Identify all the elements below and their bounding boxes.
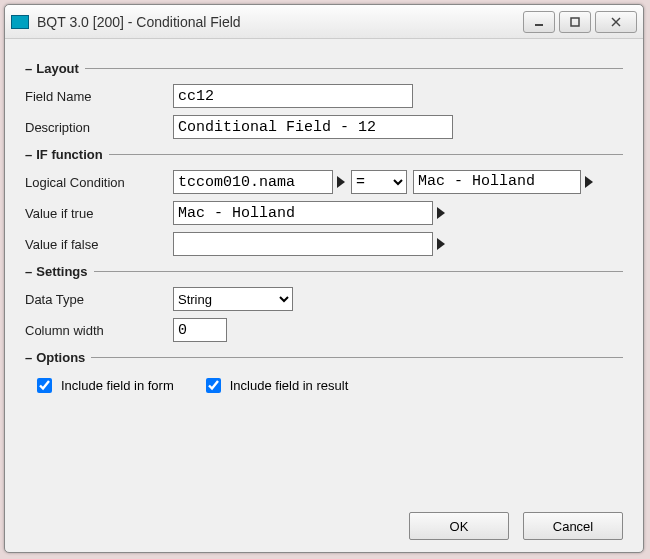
section-options-label: Options	[36, 350, 91, 365]
data-type-select[interactable]: StringIntegerDoubleDate	[173, 287, 293, 311]
logical-condition-label: Logical Condition	[25, 175, 173, 190]
close-icon	[610, 16, 622, 28]
minimize-icon	[533, 16, 545, 28]
cancel-button[interactable]: Cancel	[523, 512, 623, 540]
expand-right-icon[interactable]	[585, 176, 593, 188]
section-settings-label: Settings	[36, 264, 93, 279]
data-type-label: Data Type	[25, 292, 173, 307]
condition-left-input[interactable]	[173, 170, 333, 194]
section-if-label: IF function	[36, 147, 108, 162]
column-width-label: Column width	[25, 323, 173, 338]
dialog-window: BQT 3.0 [200] - Conditional Field – Layo…	[4, 4, 644, 553]
section-options: – Options	[25, 350, 623, 365]
titlebar[interactable]: BQT 3.0 [200] - Conditional Field	[5, 5, 643, 39]
section-layout: – Layout	[25, 61, 623, 76]
close-button[interactable]	[595, 11, 637, 33]
include-result-checkbox[interactable]	[206, 378, 221, 393]
value-false-input[interactable]	[173, 232, 433, 256]
include-result-checkbox-group[interactable]: Include field in result	[202, 375, 349, 396]
description-input[interactable]	[173, 115, 453, 139]
value-true-label: Value if true	[25, 206, 173, 221]
value-false-label: Value if false	[25, 237, 173, 252]
description-label: Description	[25, 120, 173, 135]
section-settings: – Settings	[25, 264, 623, 279]
ok-button[interactable]: OK	[409, 512, 509, 540]
include-result-label: Include field in result	[230, 378, 349, 393]
column-width-input[interactable]	[173, 318, 227, 342]
include-form-checkbox[interactable]	[37, 378, 52, 393]
include-form-checkbox-group[interactable]: Include field in form	[33, 375, 174, 396]
include-form-label: Include field in form	[61, 378, 174, 393]
maximize-icon	[569, 16, 581, 28]
expand-left-icon[interactable]	[337, 176, 345, 188]
field-name-label: Field Name	[25, 89, 173, 104]
maximize-button[interactable]	[559, 11, 591, 33]
expand-false-icon[interactable]	[437, 238, 445, 250]
expand-true-icon[interactable]	[437, 207, 445, 219]
section-layout-label: Layout	[36, 61, 85, 76]
minimize-button[interactable]	[523, 11, 555, 33]
field-name-input[interactable]	[173, 84, 413, 108]
operator-select[interactable]: =<><><=>=	[351, 170, 407, 194]
content-area: – Layout Field Name Description – IF fun…	[5, 39, 643, 506]
window-title: BQT 3.0 [200] - Conditional Field	[37, 14, 523, 30]
button-bar: OK Cancel	[5, 506, 643, 552]
section-if-function: – IF function	[25, 147, 623, 162]
condition-right-input[interactable]: Mac - Holland	[413, 170, 581, 194]
svg-rect-1	[571, 18, 579, 26]
value-true-input[interactable]	[173, 201, 433, 225]
app-icon	[11, 15, 29, 29]
